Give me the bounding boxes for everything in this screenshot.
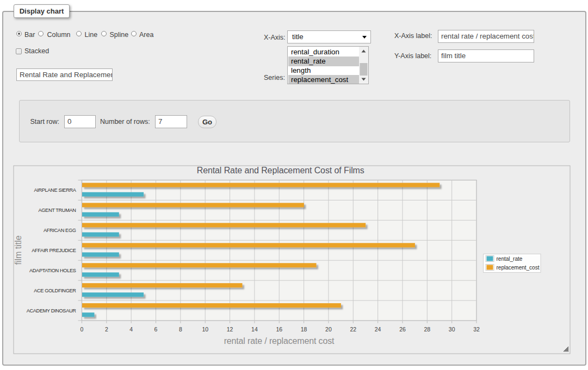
svg-text:ACADEMY DINOSAUR: ACADEMY DINOSAUR [27, 308, 76, 313]
svg-text:AFRICAN EGG: AFRICAN EGG [44, 228, 76, 233]
svg-text:20: 20 [325, 326, 332, 333]
svg-text:18: 18 [301, 326, 307, 333]
svg-text:film title: film title [14, 235, 23, 265]
svg-text:0: 0 [81, 326, 84, 333]
svg-text:6: 6 [154, 326, 158, 333]
svg-text:26: 26 [399, 326, 406, 333]
svg-text:32: 32 [473, 326, 480, 333]
svg-text:16: 16 [276, 326, 282, 333]
svg-text:4: 4 [129, 326, 133, 333]
svg-text:28: 28 [424, 326, 430, 333]
svg-text:8: 8 [179, 326, 182, 333]
svg-text:AGENT TRUMAN: AGENT TRUMAN [39, 208, 76, 213]
svg-text:14: 14 [251, 326, 258, 333]
svg-text:Rental Rate and Replacement Co: Rental Rate and Replacement Cost of Film… [197, 166, 364, 175]
svg-text:replacement_cost: replacement_cost [497, 265, 540, 271]
svg-text:22: 22 [350, 326, 356, 333]
svg-text:ACE GOLDFINGER: ACE GOLDFINGER [34, 288, 76, 293]
svg-text:10: 10 [202, 326, 208, 333]
svg-text:30: 30 [449, 326, 455, 333]
svg-text:AFFAIR PREJUDICE: AFFAIR PREJUDICE [32, 248, 76, 253]
svg-text:AIRPLANE SIERRA: AIRPLANE SIERRA [34, 187, 77, 193]
svg-text:2: 2 [105, 326, 108, 333]
svg-text:12: 12 [227, 326, 233, 333]
svg-text:rental_rate: rental_rate [497, 256, 523, 262]
svg-text:rental rate / replacement cost: rental rate / replacement cost [224, 336, 335, 346]
svg-text:ADAPTATION HOLES: ADAPTATION HOLES [29, 268, 76, 273]
svg-text:24: 24 [375, 326, 381, 333]
